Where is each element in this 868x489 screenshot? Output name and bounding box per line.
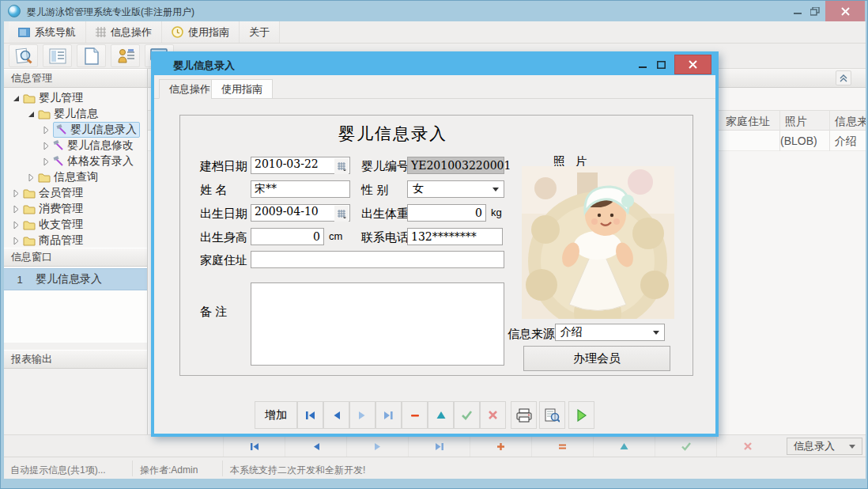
mode-select-dropdown[interactable]: 信息录入 bbox=[787, 438, 862, 455]
record-date-value: 2010-03-22 bbox=[255, 157, 319, 170]
tree-item-finance-manage[interactable]: 收支管理 bbox=[12, 217, 83, 233]
cancel-record-button[interactable] bbox=[716, 436, 778, 457]
restore-button[interactable] bbox=[808, 4, 822, 18]
nav-next-icon bbox=[357, 410, 368, 421]
source-dropdown[interactable]: 介绍 bbox=[555, 324, 665, 341]
column-header-address[interactable]: 家庭住址 bbox=[726, 115, 770, 129]
cancel-icon bbox=[488, 410, 498, 420]
section-report-output[interactable]: 报表输出 bbox=[4, 350, 148, 369]
tree-label: 信息查询 bbox=[54, 170, 98, 184]
birth-date-field[interactable]: 2009-04-10 bbox=[251, 204, 350, 222]
status-divider bbox=[132, 461, 133, 476]
navigation-tree: 婴儿管理 婴儿信息 婴儿信息录入 bbox=[4, 88, 148, 248]
nav-first-button[interactable] bbox=[223, 436, 285, 457]
nav-last-button[interactable] bbox=[408, 436, 470, 457]
nav-last-button[interactable] bbox=[376, 401, 402, 429]
report-list-icon bbox=[49, 48, 66, 64]
close-button[interactable] bbox=[825, 1, 865, 21]
height-unit: cm bbox=[329, 230, 342, 242]
remark-textarea[interactable] bbox=[251, 282, 504, 366]
minimize-button[interactable] bbox=[791, 4, 805, 18]
menu-about[interactable]: 关于 bbox=[240, 21, 280, 43]
delete-record-button[interactable] bbox=[531, 436, 593, 457]
tree-collapsed-icon bbox=[12, 189, 20, 198]
column-header-photo[interactable]: 照片 bbox=[785, 115, 807, 129]
close-icon bbox=[841, 7, 850, 16]
nav-prev-button[interactable] bbox=[285, 436, 346, 457]
delete-record-button[interactable] bbox=[402, 401, 428, 429]
tree-label: 体格发育录入 bbox=[67, 154, 134, 169]
menu-user-guide[interactable]: 使用指南 bbox=[162, 21, 240, 43]
gender-value: 女 bbox=[413, 182, 424, 196]
menu-label: 信息操作 bbox=[111, 25, 152, 40]
new-document-icon bbox=[85, 47, 99, 65]
delete-icon bbox=[409, 410, 421, 421]
gender-dropdown[interactable]: 女 bbox=[407, 180, 504, 198]
form-tool-icon bbox=[53, 140, 64, 151]
folder-icon bbox=[23, 220, 36, 230]
tree-item-growth-entry[interactable]: 体格发育录入 bbox=[42, 154, 134, 169]
run-button[interactable] bbox=[568, 401, 594, 429]
register-member-button[interactable]: 办理会员 bbox=[523, 346, 670, 371]
report-list-button[interactable] bbox=[43, 44, 72, 67]
baby-photo[interactable] bbox=[522, 166, 674, 319]
tree-expanded-icon bbox=[12, 94, 20, 102]
cell-source: 介绍 bbox=[835, 135, 857, 149]
record-date-label: 建档日期 bbox=[200, 159, 247, 174]
phone-input[interactable] bbox=[407, 228, 503, 245]
search-document-button[interactable] bbox=[9, 44, 38, 67]
dialog-maximize-button[interactable] bbox=[653, 57, 669, 73]
new-document-button[interactable] bbox=[77, 44, 106, 67]
section-info-window[interactable]: 信息窗口 bbox=[4, 248, 148, 267]
edit-record-button[interactable] bbox=[593, 436, 655, 457]
tree-label: 婴儿信息录入 bbox=[70, 123, 137, 137]
cancel-record-button[interactable] bbox=[480, 401, 506, 429]
column-divider bbox=[829, 110, 830, 151]
open-window-item[interactable]: 1 婴儿信息录入 bbox=[4, 268, 148, 290]
tree-item-baby-manage[interactable]: 婴儿管理 bbox=[12, 90, 83, 106]
post-record-button[interactable] bbox=[655, 436, 716, 457]
dialog-minimize-button[interactable] bbox=[635, 57, 651, 73]
birth-weight-input[interactable] bbox=[407, 204, 486, 222]
baby-id-field: YE201003220001 bbox=[407, 157, 504, 174]
preview-button[interactable] bbox=[539, 401, 565, 429]
tree-item-member-manage[interactable]: 会员管理 bbox=[12, 185, 83, 201]
nav-next-button[interactable] bbox=[346, 436, 408, 457]
print-button[interactable] bbox=[511, 401, 537, 429]
tree-label: 婴儿信息 bbox=[54, 107, 98, 121]
column-header-source[interactable]: 信息来源 bbox=[835, 115, 866, 129]
tree-item-consume-manage[interactable]: 消费管理 bbox=[12, 201, 83, 217]
chevron-up-icon bbox=[840, 74, 847, 82]
nav-next-button[interactable] bbox=[349, 401, 376, 429]
navigation-icon bbox=[18, 28, 30, 37]
menu-system-navigation[interactable]: 系统导航 bbox=[9, 21, 86, 43]
name-input[interactable] bbox=[251, 180, 350, 198]
record-date-field[interactable]: 2010-03-22 bbox=[251, 157, 350, 174]
address-input[interactable] bbox=[251, 251, 504, 268]
insert-record-button[interactable] bbox=[470, 436, 531, 457]
collapse-panel-button[interactable] bbox=[836, 70, 851, 85]
member-chart-button[interactable] bbox=[111, 44, 140, 67]
section-info-manage[interactable]: 信息管理 bbox=[4, 69, 148, 88]
tree-collapsed-icon bbox=[12, 221, 20, 229]
tree-item-goods-manage[interactable]: 商品管理 bbox=[12, 233, 83, 248]
add-button[interactable]: 增加 bbox=[255, 401, 297, 429]
tree-item-baby-info[interactable]: 婴儿信息 bbox=[27, 106, 98, 122]
tree-label: 收支管理 bbox=[39, 218, 83, 232]
menu-info-operation[interactable]: 信息操作 bbox=[86, 21, 162, 43]
calendar-icon[interactable] bbox=[334, 158, 349, 174]
post-record-button[interactable] bbox=[454, 401, 480, 429]
nav-prev-button[interactable] bbox=[323, 401, 349, 429]
tab-user-guide[interactable]: 使用指南 bbox=[211, 79, 273, 99]
nav-last-icon bbox=[383, 410, 394, 421]
calendar-icon[interactable] bbox=[334, 206, 349, 222]
folder-icon bbox=[23, 188, 36, 199]
edit-record-button[interactable] bbox=[428, 401, 454, 429]
nav-first-icon bbox=[304, 410, 316, 421]
birth-height-input[interactable] bbox=[251, 228, 324, 245]
nav-first-button[interactable] bbox=[297, 401, 323, 429]
tree-item-info-query[interactable]: 信息查询 bbox=[27, 169, 98, 185]
dialog-close-button[interactable] bbox=[674, 55, 711, 74]
tree-item-baby-info-entry[interactable]: 婴儿信息录入 bbox=[42, 122, 140, 138]
tree-item-baby-info-modify[interactable]: 婴儿信息修改 bbox=[42, 138, 134, 154]
